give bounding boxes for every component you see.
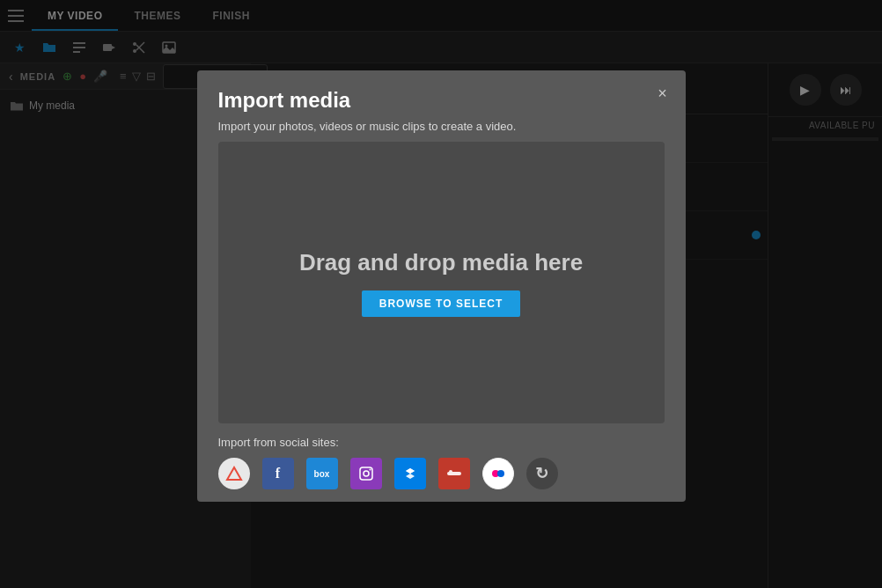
social-label: Import from social sites: xyxy=(218,436,665,449)
modal-overlay: Import media Import your photos, videos … xyxy=(0,0,882,588)
drag-drop-text: Drag and drop media here xyxy=(299,249,583,276)
google-photos-icon[interactable] xyxy=(438,458,470,489)
svg-marker-18 xyxy=(406,468,415,474)
browse-to-select-button[interactable]: BROWSE TO SELECT xyxy=(362,290,520,317)
other-import-icon[interactable]: ↻ xyxy=(526,458,558,489)
google-drive-icon[interactable] xyxy=(218,458,250,489)
dropbox-icon[interactable] xyxy=(394,458,426,489)
svg-marker-12 xyxy=(227,467,241,480)
modal-close-button[interactable]: × xyxy=(652,83,673,104)
modal-title: Import media xyxy=(218,88,665,113)
svg-point-20 xyxy=(497,470,504,477)
box-icon[interactable]: box xyxy=(306,458,338,489)
modal-header: Import media Import your photos, videos … xyxy=(197,70,686,142)
flickr-icon[interactable] xyxy=(482,458,514,489)
svg-point-15 xyxy=(364,471,369,476)
social-icons: f box ↻ xyxy=(218,458,665,489)
import-media-modal: Import media Import your photos, videos … xyxy=(197,70,686,502)
instagram-icon[interactable] xyxy=(350,458,382,489)
facebook-icon[interactable]: f xyxy=(262,458,294,489)
modal-subtitle: Import your photos, videos or music clip… xyxy=(218,120,665,133)
modal-drop-zone[interactable]: Drag and drop media here BROWSE TO SELEC… xyxy=(218,142,665,423)
svg-point-16 xyxy=(369,469,371,471)
svg-marker-13 xyxy=(227,467,241,480)
modal-footer: Import from social sites: f box xyxy=(197,423,686,502)
